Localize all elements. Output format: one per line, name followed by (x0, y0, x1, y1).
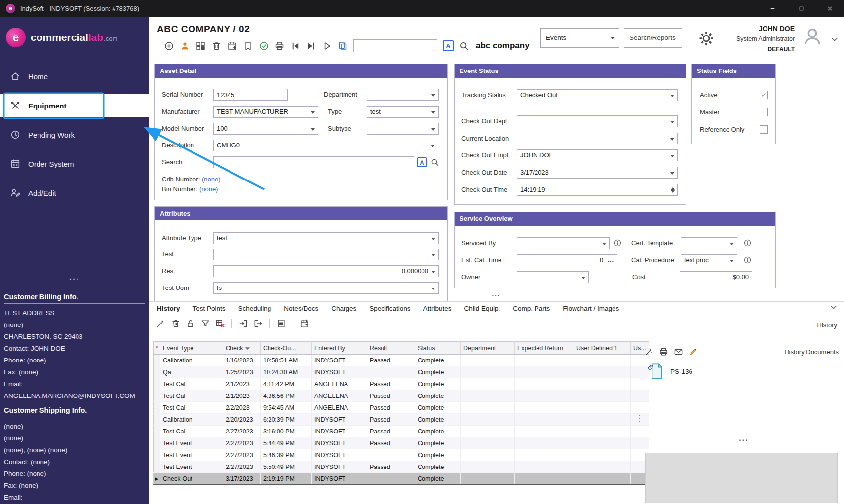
cal-procedure-info-icon[interactable] (743, 256, 752, 264)
tracking-status-select[interactable]: Checked Out (517, 89, 678, 101)
serviced-by-info-icon[interactable] (614, 239, 622, 247)
wand-icon[interactable] (156, 319, 166, 328)
copy-icon[interactable] (338, 41, 348, 51)
column-header-department[interactable]: Department (461, 342, 515, 355)
bookmark-icon[interactable] (243, 41, 253, 51)
reference-only-checkbox[interactable] (760, 125, 768, 134)
auto-search-toggle[interactable]: A (443, 40, 454, 51)
splitter-handle[interactable]: ⋮ (635, 413, 644, 424)
master-checkbox[interactable] (760, 108, 768, 116)
table-row[interactable]: Test Event2/27/20235:50:49 PMINDYSOFTPas… (154, 461, 649, 473)
tab-test-points[interactable]: Test Points (193, 305, 226, 312)
est-cal-time-more-button[interactable]: ... (607, 255, 614, 266)
crib-number-link[interactable]: (none) (202, 176, 221, 183)
document-item[interactable]: PS-136 (650, 363, 692, 380)
close-button[interactable] (815, 0, 844, 17)
first-record-icon[interactable] (290, 41, 301, 51)
table-row[interactable]: Test Cal2/1/20234:36:56 PMANGELENAPassed… (154, 390, 649, 402)
table-row[interactable]: Calibration1/16/202310:58:51 AMINDYSOFTP… (154, 355, 649, 366)
marker-icon[interactable] (689, 347, 698, 357)
cert-template-select[interactable] (681, 237, 737, 249)
column-header-status[interactable]: Status (415, 342, 461, 355)
spinner-arrows[interactable] (669, 185, 676, 195)
type-select[interactable]: test (367, 106, 439, 118)
tab-history[interactable]: History (157, 305, 180, 312)
sidebar-item-order-system[interactable]: Order System (0, 152, 149, 176)
tab-attributes[interactable]: Attributes (423, 305, 451, 312)
wand-icon[interactable] (644, 347, 653, 357)
tab-comp-parts[interactable]: Comp. Parts (513, 305, 550, 312)
res-select[interactable]: 0.000000 (213, 265, 439, 277)
description-select[interactable]: CMHG0 (213, 140, 438, 151)
asset-search-input[interactable] (213, 156, 414, 168)
column-header-user-defined-1[interactable]: User Defined 1 (574, 342, 631, 355)
tab-specifications[interactable]: Specifications (369, 305, 410, 312)
table-row[interactable]: Test Event2/27/20235:44:49 PMINDYSOFTPas… (154, 437, 649, 449)
serviced-by-select[interactable] (517, 237, 610, 249)
asset-search-icon[interactable] (430, 158, 439, 167)
run-icon[interactable] (322, 41, 332, 51)
sidebar-more-handle[interactable]: ... (0, 273, 149, 281)
search-icon[interactable] (459, 41, 469, 51)
check-out-empl-select[interactable]: JOHN DOE (517, 149, 678, 161)
sidebar-item-pending-work[interactable]: Pending Work (0, 123, 149, 146)
grid-icon[interactable] (195, 41, 206, 51)
subtype-select[interactable] (367, 123, 439, 135)
print-icon[interactable] (274, 41, 285, 51)
tab-scheduling[interactable]: Scheduling (238, 305, 271, 312)
est-cal-time-field[interactable]: 0... (517, 254, 617, 266)
table-row[interactable]: Test Event2/27/20235:46:39 PMINDYSOFTCom… (154, 449, 649, 461)
tab-child-equip[interactable]: Child Equip. (464, 305, 500, 312)
service-collapse-handle[interactable]: ... (481, 290, 511, 297)
events-select[interactable]: Events (540, 28, 619, 48)
cost-field[interactable]: $0.00 (680, 271, 752, 283)
active-checkbox[interactable]: ✓ (760, 91, 768, 99)
cert-template-info-icon[interactable] (743, 239, 752, 247)
export-icon[interactable] (253, 319, 263, 328)
search-reports-button[interactable]: Search/Reports (624, 28, 682, 48)
minimize-button[interactable] (758, 0, 787, 17)
tab-charges[interactable]: Charges (331, 305, 356, 312)
import-icon[interactable] (238, 319, 248, 328)
last-record-icon[interactable] (306, 41, 316, 51)
check-out-date-select[interactable]: 3/17/2023 (517, 167, 678, 179)
report-icon[interactable] (276, 319, 286, 328)
column-header-event-type[interactable]: Event Type (160, 342, 223, 355)
lock-icon[interactable] (186, 319, 195, 328)
current-location-select[interactable] (517, 133, 678, 144)
table-row[interactable]: Test Cal2/2/20239:54:45 AMANGELENAPassed… (154, 402, 649, 414)
owner-select[interactable] (517, 271, 589, 283)
filter-icon[interactable] (200, 319, 210, 328)
sidebar-item-equipment[interactable]: Equipment (0, 94, 149, 117)
calendar-add-icon[interactable] (227, 41, 237, 51)
stamp-icon[interactable] (180, 41, 190, 51)
table-row[interactable]: Qa1/25/202310:24:30 AMINDYSOFTComplete (154, 366, 649, 378)
model-number-select[interactable]: 100 (213, 123, 318, 135)
email-icon[interactable] (674, 347, 683, 357)
add-icon[interactable] (164, 41, 174, 51)
delete-icon[interactable] (171, 319, 181, 328)
serial-number-input[interactable] (213, 89, 288, 101)
quick-search-input[interactable] (353, 39, 437, 52)
profile-chevron-down-icon[interactable] (830, 35, 839, 44)
maximize-button[interactable] (787, 0, 815, 17)
check-out-time-spinner[interactable]: 14:19:19 (517, 184, 678, 196)
print-icon[interactable] (659, 347, 668, 357)
delete-icon[interactable] (211, 41, 222, 51)
column-header-check-ou[interactable]: Check-Ou... (261, 342, 312, 355)
manufacturer-select[interactable]: TEST MANUFACTURER (213, 106, 318, 118)
sidebar-item-add-edit[interactable]: Add/Edit (0, 181, 149, 205)
bin-number-link[interactable]: (none) (199, 185, 218, 193)
column-header-expected-return[interactable]: Expected Return (515, 342, 574, 355)
column-header-check[interactable]: Check (223, 342, 261, 355)
calendar-add-icon[interactable] (300, 319, 309, 328)
collapse-chevron-down-icon[interactable] (829, 303, 838, 312)
check-out-dept-select[interactable] (517, 115, 678, 127)
asset-auto-search-toggle[interactable]: A (417, 157, 427, 167)
table-delete-icon[interactable] (215, 319, 225, 328)
tab-flowchart-images[interactable]: Flowchart / Images (563, 305, 619, 312)
table-row[interactable]: Test Cal2/1/20234:11:42 PMANGELENAPassed… (154, 378, 649, 390)
department-select[interactable] (367, 89, 439, 101)
column-header-entered-by[interactable]: Entered By (312, 342, 367, 355)
test-uom-select[interactable]: fs (213, 282, 439, 294)
